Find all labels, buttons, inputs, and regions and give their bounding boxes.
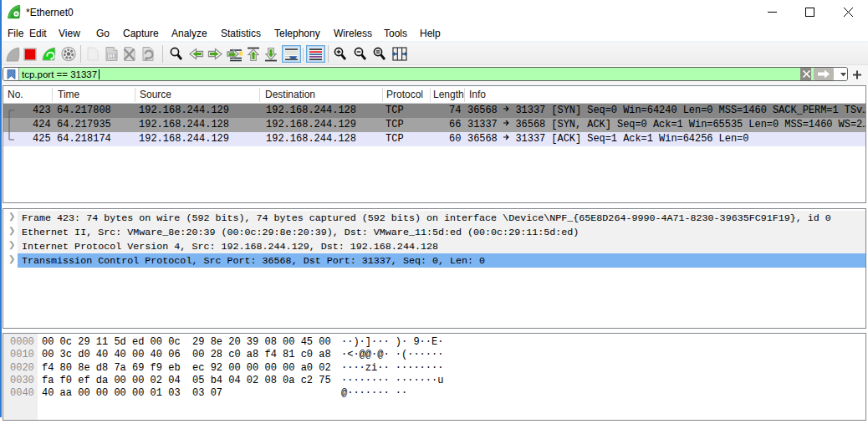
svg-text:010: 010 (109, 54, 116, 59)
